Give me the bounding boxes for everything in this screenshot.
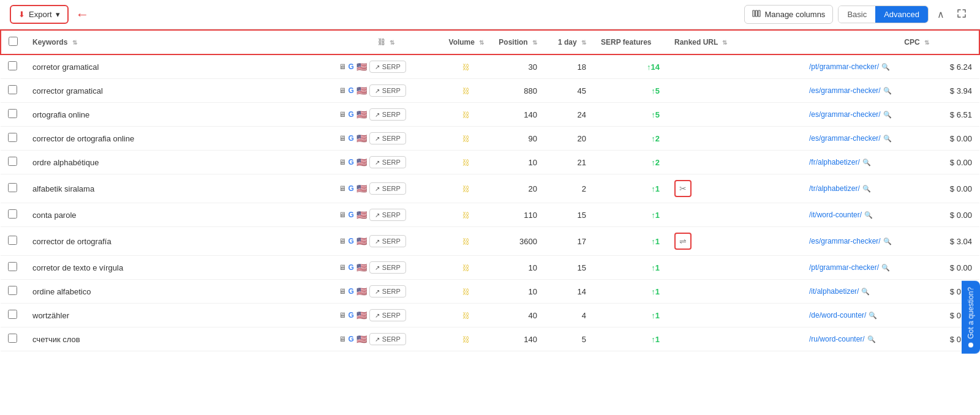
volume-cell: 10 bbox=[491, 256, 545, 280]
position-cell: 4 bbox=[545, 304, 594, 327]
flag-icon: 🇺🇸 bbox=[356, 133, 367, 143]
serp-button[interactable]: ↗ SERP bbox=[369, 309, 406, 321]
ranked-url-link[interactable]: /ru/word-counter/ bbox=[809, 335, 865, 343]
advanced-view-button[interactable]: Advanced bbox=[875, 6, 928, 23]
collapse-button[interactable]: ∧ bbox=[933, 6, 948, 23]
row-checkbox[interactable] bbox=[8, 61, 17, 70]
url-search-icon[interactable]: 🔍 bbox=[881, 63, 890, 70]
ranked-url-link[interactable]: /it/word-counter/ bbox=[809, 211, 862, 219]
keyword-header[interactable]: Keywords ⇅ bbox=[25, 30, 331, 54]
volume-cell: 90 bbox=[491, 127, 545, 151]
volume-cell: 20 bbox=[491, 174, 545, 203]
url-search-icon[interactable]: 🔍 bbox=[881, 264, 890, 271]
position-cell: 45 bbox=[545, 79, 594, 103]
position-header[interactable]: Position ⇅ bbox=[491, 30, 545, 54]
basic-view-button[interactable]: Basic bbox=[839, 6, 875, 23]
oneday-sort-icon: ⇅ bbox=[581, 39, 586, 46]
row-checkbox[interactable] bbox=[8, 183, 17, 192]
url-search-icon[interactable]: 🔍 bbox=[862, 185, 871, 192]
row-checkbox[interactable] bbox=[8, 310, 17, 319]
change-value: ↑1 bbox=[651, 335, 660, 344]
monitor-icon: 🖥 bbox=[339, 158, 346, 166]
ranked-url-link[interactable]: /es/grammar-checker/ bbox=[809, 134, 881, 143]
cpc-header[interactable]: CPC ⇅ bbox=[802, 30, 937, 54]
cpc-cell: $ 3.04 bbox=[937, 227, 979, 256]
table-row: alfabetik siralama 🖥 G 🇺🇸 ↗ SERP ⛓202↑1✂… bbox=[1, 174, 979, 203]
row-checkbox[interactable] bbox=[8, 133, 17, 142]
expand-button[interactable] bbox=[953, 6, 970, 23]
ranked-url-link[interactable]: /es/grammar-checker/ bbox=[809, 237, 881, 245]
serp-button[interactable]: ↗ SERP bbox=[369, 209, 406, 221]
serp-trend-icon: ↗ bbox=[375, 159, 380, 166]
url-search-icon[interactable]: 🔍 bbox=[883, 135, 892, 142]
google-icon: G bbox=[349, 158, 354, 166]
ranked-url-link[interactable]: /pt/grammar-checker/ bbox=[809, 263, 879, 272]
ranked-url-header[interactable]: Ranked URL ⇅ bbox=[667, 30, 802, 54]
ranked-url-link[interactable]: /es/grammar-checker/ bbox=[809, 86, 881, 95]
serp-trend-icon: ↗ bbox=[375, 111, 380, 118]
volume-header[interactable]: Volume ⇅ bbox=[442, 30, 492, 54]
url-search-icon[interactable]: 🔍 bbox=[864, 211, 873, 219]
url-search-icon[interactable]: 🔍 bbox=[883, 111, 892, 118]
link-cell: ⛓ bbox=[442, 103, 492, 127]
serp-button[interactable]: ↗ SERP bbox=[369, 156, 406, 168]
manage-columns-label: Manage columns bbox=[764, 10, 825, 19]
url-search-icon[interactable]: 🔍 bbox=[883, 237, 892, 245]
keyword-cell: alfabetik siralama bbox=[25, 174, 331, 203]
serp-button[interactable]: ↗ SERP bbox=[369, 333, 406, 345]
url-search-icon[interactable]: 🔍 bbox=[867, 335, 876, 343]
cpc-cell: $ 6.51 bbox=[937, 103, 979, 127]
monitor-icon: 🖥 bbox=[339, 237, 346, 245]
feedback-widget[interactable]: Got a question? bbox=[962, 281, 980, 351]
row-checkbox[interactable] bbox=[8, 334, 17, 343]
flag-icon: 🇺🇸 bbox=[356, 310, 367, 320]
select-all-checkbox[interactable] bbox=[9, 37, 18, 46]
ranked-url-link[interactable]: /de/word-counter/ bbox=[809, 311, 866, 320]
url-search-icon[interactable]: 🔍 bbox=[883, 87, 892, 94]
serp-features-cell bbox=[667, 151, 802, 174]
row-checkbox[interactable] bbox=[8, 262, 17, 271]
oneday-header[interactable]: 1 day ⇅ bbox=[545, 30, 594, 54]
select-all-header[interactable] bbox=[1, 30, 25, 54]
serp-features-cell bbox=[667, 103, 802, 127]
row-checkbox[interactable] bbox=[8, 209, 17, 219]
device-serp-cell: 🖥 G 🇺🇸 ↗ SERP bbox=[331, 304, 442, 327]
row-checkbox[interactable] bbox=[8, 236, 17, 245]
change-value: ↑2 bbox=[651, 134, 660, 143]
link-chain-icon: ⛓ bbox=[462, 335, 470, 344]
serp-button[interactable]: ↗ SERP bbox=[369, 235, 406, 247]
ranked-url-link[interactable]: /pt/grammar-checker/ bbox=[809, 62, 879, 71]
row-checkbox[interactable] bbox=[8, 157, 17, 166]
url-search-icon[interactable]: 🔍 bbox=[862, 159, 871, 166]
serp-button[interactable]: ↗ SERP bbox=[369, 285, 406, 297]
monitor-icon: 🖥 bbox=[339, 62, 346, 71]
monitor-icon: 🖥 bbox=[339, 311, 346, 320]
row-checkbox[interactable] bbox=[8, 286, 17, 295]
ranked-url-link[interactable]: /es/grammar-checker/ bbox=[809, 110, 881, 119]
oneday-cell: ↑1 bbox=[594, 203, 667, 227]
position-cell: 2 bbox=[545, 174, 594, 203]
serp-button[interactable]: ↗ SERP bbox=[369, 108, 406, 121]
row-checkbox[interactable] bbox=[8, 109, 17, 118]
export-button[interactable]: ⬇ Export ▾ bbox=[10, 5, 69, 24]
change-value: ↑1 bbox=[651, 287, 660, 296]
url-search-icon[interactable]: 🔍 bbox=[861, 288, 870, 295]
serp-button[interactable]: ↗ SERP bbox=[369, 182, 406, 195]
url-search-icon[interactable]: 🔍 bbox=[869, 312, 877, 319]
row-checkbox[interactable] bbox=[8, 85, 17, 94]
ranked-url-link[interactable]: /tr/alphabetizer/ bbox=[809, 184, 860, 193]
feedback-dot bbox=[968, 343, 973, 348]
link-chain-icon: ⛓ bbox=[462, 185, 470, 193]
manage-columns-button[interactable]: Manage columns bbox=[744, 5, 833, 24]
link-header[interactable]: ⛓ ⇅ bbox=[331, 30, 442, 54]
serp-button[interactable]: ↗ SERP bbox=[369, 61, 406, 73]
google-icon: G bbox=[349, 211, 354, 219]
serp-button[interactable]: ↗ SERP bbox=[369, 84, 406, 97]
position-cell: 14 bbox=[545, 280, 594, 304]
serp-button[interactable]: ↗ SERP bbox=[369, 261, 406, 274]
volume-cell: 110 bbox=[491, 203, 545, 227]
ranked-url-link[interactable]: /it/alphabetizer/ bbox=[809, 287, 859, 296]
serp-button[interactable]: ↗ SERP bbox=[369, 132, 406, 144]
url-sort-icon: ⇅ bbox=[722, 39, 727, 46]
ranked-url-link[interactable]: /fr/alphabetizer/ bbox=[809, 158, 860, 166]
